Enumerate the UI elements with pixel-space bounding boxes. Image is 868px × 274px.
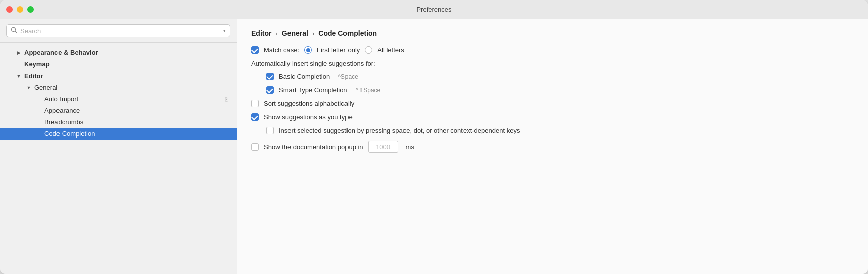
match-case-row: Match case: First letter only All letter… [251,46,854,54]
copy-icon: ⎘ [225,96,228,102]
smart-type-checkbox[interactable] [266,86,274,94]
ms-label: ms [406,143,414,151]
show-doc-checkbox[interactable] [251,143,259,151]
show-as-you-type-label: Show suggestions as you type [264,113,353,121]
smart-type-shortcut: ^⇧Space [356,87,381,94]
basic-completion-checkbox[interactable] [266,73,274,80]
sidebar-item-label: Breadcrumbs [44,118,83,126]
sidebar-item-appearance-behavior[interactable]: ▶ Appearance & Behavior [0,47,237,58]
search-container: ▾ [0,19,237,43]
breadcrumb-sep-1: › [275,30,277,37]
sort-alpha-label: Sort suggestions alphabetically [264,100,354,107]
title-bar: Preferences [0,0,868,19]
arrow-down-icon: ▼ [15,73,22,80]
match-case-label: Match case: [264,46,299,54]
search-input[interactable] [20,27,220,35]
show-doc-input[interactable] [368,141,398,153]
breadcrumb-sep-2: › [312,30,314,37]
sidebar: ▾ ▶ Appearance & Behavior ▶ Keymap ▼ Edi… [0,19,237,274]
sidebar-item-breadcrumbs[interactable]: ▶ Breadcrumbs [0,116,237,128]
search-dropdown-icon: ▾ [223,28,226,33]
sidebar-item-label: General [34,84,57,91]
arrow-icon: ▶ [15,49,22,56]
sidebar-item-auto-import[interactable]: ▶ Auto Import ⎘ [0,93,237,105]
sidebar-item-label: Editor [24,72,43,80]
search-wrapper[interactable]: ▾ [6,24,230,37]
smart-type-row: Smart Type Completion ^⇧Space [251,86,854,94]
first-letter-radio[interactable] [304,46,312,54]
svg-line-1 [15,31,17,33]
breadcrumb-general: General [282,29,308,37]
window-title: Preferences [416,6,451,13]
match-case-checkbox[interactable] [251,46,259,54]
smart-type-label: Smart Type Completion [279,86,348,94]
auto-insert-label: Automatically insert single suggestions … [251,60,854,67]
sidebar-item-label: Code Completion [44,130,95,138]
main-content: ▾ ▶ Appearance & Behavior ▶ Keymap ▼ Edi… [0,19,868,274]
right-panel: Editor › General › Code Completion Match… [237,19,868,274]
sidebar-item-code-completion[interactable]: ▶ Code Completion [0,128,237,140]
sidebar-item-keymap[interactable]: ▶ Keymap [0,58,237,70]
maximize-button[interactable] [27,6,34,13]
sidebar-item-label: Auto Import [44,95,78,103]
breadcrumb-code-completion: Code Completion [318,29,377,37]
show-doc-row: Show the documentation popup in ms [251,141,854,153]
sidebar-item-editor[interactable]: ▼ Editor [0,70,237,82]
breadcrumb: Editor › General › Code Completion [251,29,854,37]
preferences-window: Preferences ▾ [0,0,868,274]
search-icon [11,27,17,35]
all-letters-label: All letters [377,46,404,54]
all-letters-radio[interactable] [365,46,372,54]
insert-selected-row: Insert selected suggestion by pressing s… [251,127,854,134]
sidebar-item-label: Appearance [44,107,80,114]
minimize-button[interactable] [17,6,23,13]
show-doc-label: Show the documentation popup in [264,143,363,151]
arrow-down-icon: ▼ [25,84,32,91]
first-letter-label: First letter only [317,46,360,54]
show-as-you-type-checkbox[interactable] [251,113,259,121]
insert-selected-label: Insert selected suggestion by pressing s… [279,127,520,134]
basic-completion-row: Basic Completion ^Space [251,73,854,80]
sidebar-item-appearance[interactable]: ▶ Appearance [0,105,237,116]
close-button[interactable] [6,6,13,13]
sidebar-item-label: Appearance & Behavior [24,49,98,56]
insert-selected-checkbox[interactable] [266,127,274,134]
sidebar-item-label: Keymap [24,60,50,68]
breadcrumb-editor: Editor [251,29,271,37]
basic-completion-shortcut: ^Space [338,73,358,80]
window-controls [6,6,34,13]
sort-alpha-row: Sort suggestions alphabetically [251,100,854,107]
sidebar-item-general[interactable]: ▼ General [0,82,237,93]
show-as-you-type-row: Show suggestions as you type [251,113,854,121]
basic-completion-label: Basic Completion [279,73,330,80]
sidebar-tree: ▶ Appearance & Behavior ▶ Keymap ▼ Edito… [0,43,237,274]
sort-alpha-checkbox[interactable] [251,100,259,107]
